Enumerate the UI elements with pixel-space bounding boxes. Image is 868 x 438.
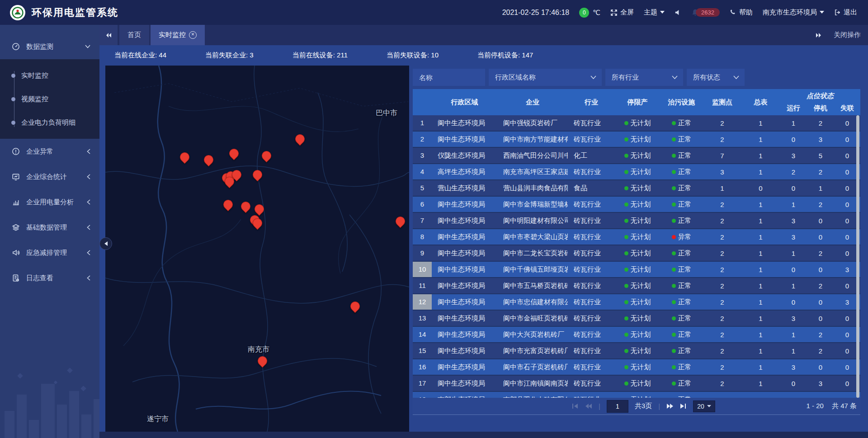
- table-row[interactable]: 5 营山生态环境局 营山县润丰肉食品有限 食品 无计划 正常 1 0 0 1 0: [413, 180, 860, 197]
- table-row[interactable]: 1 阆中生态环境局 阆中强锐页岩砖厂 砖瓦行业 无计划 正常 2 1 1 2 0: [413, 115, 860, 132]
- industry-select[interactable]: 所有行业: [605, 69, 683, 86]
- region-select[interactable]: 行政区域名称: [489, 69, 602, 86]
- table-row[interactable]: 3 仪陇生态环境局 西南油气田分公司川中 化工 无计划 正常 7 1 3 5 0: [413, 148, 860, 164]
- table-row[interactable]: 13 阆中生态环境局 阆中市金福旺页岩机砖 砖瓦行业 无计划 正常 2 1 3 …: [413, 311, 860, 327]
- table-row[interactable]: 6 阆中生态环境局 阆中市金博瑞新型墙材 砖瓦行业 无计划 正常 2 1 1 2…: [413, 197, 860, 213]
- notification-button[interactable]: 2632: [691, 8, 720, 17]
- cell-points: 2: [703, 136, 741, 143]
- status-dot-green: [672, 137, 676, 141]
- table-row[interactable]: 7 阆中生态环境局 阆中明阳建材有限公司 砖瓦行业 无计划 正常 2 1 3 0…: [413, 213, 860, 229]
- col-industry: 行业: [568, 89, 615, 115]
- tabs-scroll-left-button[interactable]: [99, 25, 118, 45]
- status-dot-green: [672, 219, 676, 223]
- last-page-button[interactable]: [680, 403, 687, 409]
- sidebar-subitem[interactable]: 企业电力负荷明细: [0, 111, 99, 134]
- sidebar-item-1[interactable]: 企业异常: [0, 139, 99, 164]
- cell-facility: 正常: [660, 314, 703, 323]
- double-chevron-right-icon[interactable]: [816, 33, 822, 38]
- bottom-strip: [99, 432, 868, 438]
- cell-meters: 1: [741, 380, 780, 387]
- sidebar-item-5[interactable]: 应急减排管理: [0, 240, 99, 265]
- cell-run: 0: [780, 266, 807, 273]
- status-dot-green: [624, 333, 628, 337]
- chevron-down-icon: [660, 11, 665, 14]
- sidebar-subitem[interactable]: 实时监控: [0, 64, 99, 87]
- cell-industry: 砖瓦行业: [568, 135, 615, 144]
- app-title: 环保用电监管系统: [32, 6, 118, 19]
- cell-run: 1: [780, 347, 807, 355]
- gauge-icon: [12, 42, 20, 51]
- cell-run: 3: [780, 217, 807, 225]
- sidebar-item-4[interactable]: 基础数据管理: [0, 215, 99, 240]
- status-dot-green: [672, 333, 676, 337]
- name-filter-input[interactable]: [413, 69, 485, 86]
- logout-button[interactable]: 退出: [834, 8, 857, 17]
- cell-points: 2: [703, 217, 741, 225]
- cell-limit: 无计划: [615, 314, 660, 323]
- map-city-label: 南充市: [248, 345, 269, 354]
- cell-points: 2: [703, 201, 741, 208]
- table-scrollbar[interactable]: [856, 115, 859, 398]
- table-row[interactable]: 4 高坪生态环境局 南充市高坪区王家店建 砖瓦行业 无计划 正常 3 1 2 2…: [413, 164, 860, 180]
- map-collapse-button[interactable]: [99, 237, 112, 250]
- sidebar-subitem[interactable]: 视频监控: [0, 87, 99, 111]
- table-row[interactable]: 9 阆中生态环境局 阆中市二龙长宝页岩砖 砖瓦行业 无计划 正常 2 1 1 2…: [413, 245, 860, 262]
- table-row[interactable]: 14 阆中生态环境局 阆中大兴页岩机砖厂 砖瓦行业 无计划 正常 2 1 1 2…: [413, 327, 860, 343]
- cell-meters: 1: [741, 282, 780, 290]
- col-meters: 总表: [741, 89, 780, 115]
- tab-realtime-monitor[interactable]: 实时监控 ✕: [151, 25, 205, 45]
- sidebar-item-2[interactable]: 企业综合统计: [0, 164, 99, 189]
- table-row[interactable]: 8 阆中生态环境局 阆中市枣碧大梁山页岩 砖瓦行业 无计划 异常 2 1 3 0…: [413, 229, 860, 245]
- table-row[interactable]: 10 阆中生态环境局 阆中千佛镇五郎垭页岩 砖瓦行业 无计划 正常 2 1 0 …: [413, 262, 860, 278]
- table-row[interactable]: 2 阆中生态环境局 阆中市南方节能建材有 砖瓦行业 无计划 正常 2 1 0 3…: [413, 132, 860, 148]
- cell-run: 0: [780, 136, 807, 143]
- cell-stop: 2: [807, 168, 834, 176]
- cell-run: 2: [780, 168, 807, 176]
- table-row[interactable]: 18 南部生态环境局 南部县双化土砖有限公 砖瓦行业 无计划 正常 2 1 0 …: [413, 392, 860, 398]
- prev-page-button[interactable]: [585, 403, 592, 409]
- help-button[interactable]: 帮助: [730, 8, 753, 17]
- next-page-button[interactable]: [666, 403, 674, 409]
- sidebar-item-0[interactable]: 数据监测: [0, 34, 99, 59]
- stat-item: 当前失联企业: 3: [205, 51, 254, 60]
- stats-icon: [12, 173, 20, 181]
- status-dot-green: [624, 219, 628, 223]
- status-dot-green: [672, 154, 676, 158]
- status-dot-green: [672, 251, 676, 255]
- org-menu-button[interactable]: 南充市生态环境局: [763, 8, 824, 17]
- table-row[interactable]: 17 阆中生态环境局 阆中市江南镇阆南页岩 砖瓦行业 无计划 正常 2 1 0 …: [413, 376, 860, 392]
- cell-company: 阆中市二龙长宝页岩砖: [497, 249, 568, 258]
- col-limit: 停限产: [615, 89, 660, 115]
- cell-company: 阆中市忠信建材有限公: [497, 298, 568, 306]
- table-row[interactable]: 12 阆中生态环境局 阆中市忠信建材有限公 砖瓦行业 无计划 正常 2 1 0 …: [413, 294, 860, 311]
- sidebar-item-6[interactable]: 日志查看: [0, 265, 99, 291]
- fullscreen-button[interactable]: 全屏: [610, 8, 634, 17]
- close-operations-button[interactable]: 关闭操作: [834, 31, 861, 39]
- cell-points: 2: [703, 250, 741, 257]
- table-row[interactable]: 15 阆中生态环境局 阆中市光富页岩机砖厂 砖瓦行业 无计划 正常 2 1 1 …: [413, 343, 860, 359]
- cell-industry: 化工: [568, 151, 615, 160]
- mute-button[interactable]: [675, 9, 681, 16]
- status-select[interactable]: 所有状态: [687, 69, 745, 86]
- table-row[interactable]: 16 阆中生态环境局 阆中市石子页岩机砖厂 砖瓦行业 无计划 正常 2 1 3 …: [413, 359, 860, 376]
- map-panel[interactable]: 巴中市南充市遂宁市: [105, 66, 409, 432]
- table-row[interactable]: 11 阆中生态环境局 阆中市五马桥页岩机砖 砖瓦行业 无计划 正常 2 1 1 …: [413, 278, 860, 294]
- cell-industry: 砖瓦行业: [568, 265, 615, 274]
- first-page-button[interactable]: [572, 403, 579, 409]
- app-header: 环保用电监管系统 2021-02-25 17:46:18 0 ℃ 全屏 主题 2…: [0, 0, 868, 25]
- status-dot-green: [624, 203, 628, 207]
- bullet-icon: [11, 97, 15, 101]
- page-size-select[interactable]: 20: [693, 400, 715, 412]
- sidebar-item-3[interactable]: 企业用电量分析: [0, 189, 99, 215]
- page-number-input[interactable]: [607, 400, 628, 413]
- tab-close-icon[interactable]: ✕: [189, 31, 197, 39]
- cell-stop: 5: [807, 152, 834, 160]
- cell-limit: 无计划: [615, 135, 660, 144]
- map-roads: [105, 66, 409, 432]
- megaphone-icon: [12, 249, 20, 257]
- theme-menu-button[interactable]: 主题: [644, 8, 665, 17]
- cell-points: 2: [703, 331, 741, 339]
- cell-industry: 砖瓦行业: [568, 119, 615, 127]
- cell-limit: 无计划: [615, 151, 660, 160]
- tab-home[interactable]: 首页: [119, 25, 149, 45]
